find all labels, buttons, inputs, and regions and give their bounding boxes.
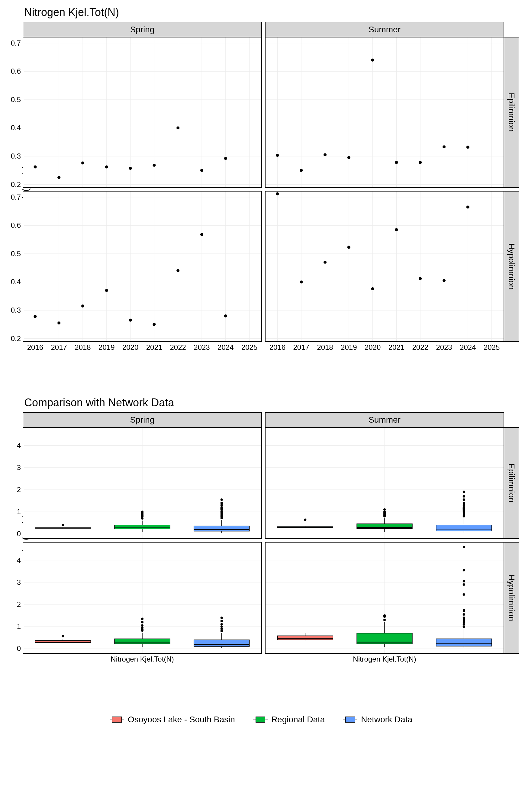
facet-col-summer-b: Summer bbox=[265, 412, 504, 427]
scatter-panel-set: Nitrogen Kjel.Tot(N) Result (mg/L) Sprin… bbox=[0, 0, 522, 366]
x-tick-label: 2022 bbox=[170, 341, 186, 352]
svg-point-46 bbox=[395, 161, 398, 164]
x-tick-label: 2019 bbox=[341, 341, 357, 352]
svg-point-73 bbox=[200, 233, 203, 236]
svg-point-44 bbox=[347, 156, 350, 159]
scatter-spring-hypolimnion: 0.20.30.40.50.60.72016201720182019202020… bbox=[23, 191, 262, 342]
x-tick-label: 2025 bbox=[241, 341, 257, 352]
svg-rect-216 bbox=[436, 638, 492, 646]
svg-point-19 bbox=[105, 165, 108, 168]
facet-row-label: Hypolimnion bbox=[507, 243, 516, 290]
svg-point-218 bbox=[463, 625, 465, 628]
legend-key-network bbox=[343, 714, 357, 725]
svg-point-42 bbox=[300, 169, 303, 172]
x-tick-label: Nitrogen Kjel.Tot(N) bbox=[111, 653, 174, 663]
svg-point-195 bbox=[221, 627, 223, 630]
legend: Osoyoos Lake - South Basin Regional Data… bbox=[0, 702, 522, 743]
y-tick-label: 0.7 bbox=[11, 193, 23, 202]
svg-point-153 bbox=[383, 510, 386, 513]
svg-rect-122 bbox=[194, 526, 249, 531]
y-tick-label: 0 bbox=[17, 530, 23, 538]
svg-rect-111 bbox=[115, 525, 170, 529]
svg-point-120 bbox=[141, 510, 143, 513]
svg-point-189 bbox=[141, 621, 143, 624]
legend-label: Osoyoos Lake - South Basin bbox=[128, 715, 235, 725]
facet-col-summer: Summer bbox=[265, 22, 504, 37]
svg-point-222 bbox=[463, 616, 465, 619]
y-tick-label: 3 bbox=[17, 463, 23, 472]
svg-point-109 bbox=[62, 524, 64, 526]
svg-point-47 bbox=[419, 161, 422, 164]
x-tick-label: 2024 bbox=[218, 341, 234, 352]
svg-point-23 bbox=[200, 169, 203, 172]
x-tick-label: Nitrogen Kjel.Tot(N) bbox=[353, 653, 416, 663]
bottom-chart-title: Comparison with Network Data bbox=[24, 396, 519, 409]
svg-point-98 bbox=[443, 279, 446, 282]
svg-point-166 bbox=[463, 506, 465, 509]
y-tick-label: 0.6 bbox=[11, 221, 23, 229]
svg-rect-207 bbox=[277, 636, 333, 640]
y-tick-label: 0.5 bbox=[11, 96, 23, 104]
svg-point-145 bbox=[304, 519, 306, 521]
svg-point-171 bbox=[463, 491, 465, 493]
svg-point-70 bbox=[129, 319, 132, 322]
svg-point-71 bbox=[153, 323, 156, 326]
y-tick-label: 0.2 bbox=[11, 180, 23, 189]
facet-col-spring-b: Spring bbox=[23, 412, 262, 427]
y-tick-label: 4 bbox=[17, 441, 23, 450]
svg-point-212 bbox=[383, 619, 386, 621]
svg-point-194 bbox=[221, 630, 223, 632]
facet-row-label: Hypolimnion bbox=[507, 574, 516, 621]
y-tick-label: 0.4 bbox=[11, 278, 23, 286]
svg-rect-156 bbox=[436, 525, 492, 531]
facet-grid-bottom: Results (mg/L) Spring Summer 01234 Epili… bbox=[23, 412, 521, 675]
x-tick-label: 2016 bbox=[27, 341, 43, 352]
y-tick-label: 4 bbox=[17, 556, 23, 565]
legend-key-osoyoos bbox=[110, 714, 124, 725]
legend-key-regional bbox=[253, 714, 268, 725]
facet-col-spring: Spring bbox=[23, 22, 262, 37]
box-spring-epilimnion: 01234 bbox=[23, 427, 262, 539]
svg-point-188 bbox=[141, 624, 143, 627]
svg-point-45 bbox=[371, 59, 374, 62]
x-tick-label: 2024 bbox=[460, 341, 476, 352]
box-spring-hypolimnion: 01234Nitrogen Kjel.Tot(N) bbox=[23, 542, 262, 654]
x-tick-label: 2018 bbox=[75, 341, 91, 352]
scatter-summer-hypolimnion: 2016201720182019202020212022202320242025 bbox=[265, 191, 504, 342]
svg-point-187 bbox=[141, 627, 143, 629]
facet-row-label: Epilimnion bbox=[507, 93, 516, 132]
svg-point-18 bbox=[81, 162, 84, 165]
svg-point-17 bbox=[57, 176, 60, 179]
box-summer-hypolimnion: Nitrogen Kjel.Tot(N) bbox=[265, 542, 504, 654]
y-tick-label: 0.6 bbox=[11, 67, 23, 76]
svg-point-20 bbox=[129, 167, 132, 170]
svg-point-96 bbox=[395, 228, 398, 231]
y-tick-label: 0.3 bbox=[11, 306, 23, 314]
svg-point-226 bbox=[463, 593, 465, 596]
svg-point-48 bbox=[443, 145, 446, 148]
svg-point-167 bbox=[463, 504, 465, 506]
legend-item: Osoyoos Lake - South Basin bbox=[110, 714, 235, 725]
x-tick-label: 2025 bbox=[484, 341, 500, 352]
x-tick-label: 2018 bbox=[317, 341, 333, 352]
svg-point-223 bbox=[463, 613, 465, 616]
x-tick-label: 2023 bbox=[194, 341, 209, 352]
svg-rect-183 bbox=[115, 638, 170, 644]
x-tick-label: 2017 bbox=[51, 341, 67, 352]
x-tick-label: 2020 bbox=[365, 341, 381, 352]
box-panel-set: Comparison with Network Data Results (mg… bbox=[0, 390, 522, 678]
x-tick-label: 2016 bbox=[269, 341, 285, 352]
svg-point-181 bbox=[62, 635, 64, 637]
facet-row-epilimnion: Epilimnion bbox=[504, 37, 519, 188]
svg-point-41 bbox=[276, 154, 279, 157]
svg-point-228 bbox=[463, 580, 465, 583]
svg-point-94 bbox=[347, 246, 350, 249]
svg-point-97 bbox=[419, 277, 422, 280]
svg-point-133 bbox=[221, 504, 223, 506]
legend-item: Regional Data bbox=[253, 714, 325, 725]
svg-point-43 bbox=[323, 153, 326, 156]
svg-point-24 bbox=[224, 157, 227, 160]
y-tick-label: 2 bbox=[17, 485, 23, 494]
svg-point-199 bbox=[221, 616, 223, 619]
facet-col-label: Spring bbox=[130, 25, 155, 35]
